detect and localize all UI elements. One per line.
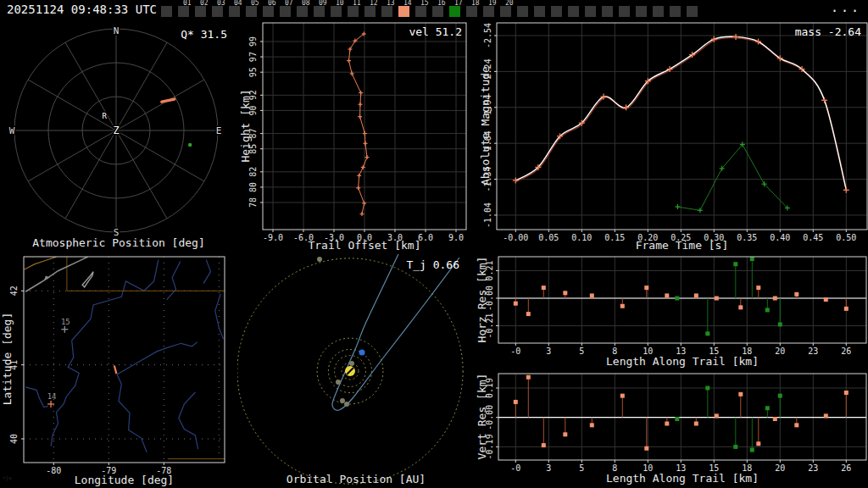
mercury-dot xyxy=(349,361,354,366)
ground-map-plot: 1514-80-79-78424140 xyxy=(0,254,237,488)
frame-strip: 0102030405060708091011121314151617181920 xyxy=(161,0,704,20)
map-ylabel: Latitude [deg] xyxy=(1,308,14,410)
frame-number: 17 xyxy=(454,0,463,7)
y-tick-label: -1.04 xyxy=(483,202,492,228)
orbital-caption: Orbital Position [AU] xyxy=(237,473,475,485)
grid xyxy=(263,23,466,230)
frame-cell: 09 xyxy=(314,0,331,20)
frame-box[interactable] xyxy=(602,6,613,17)
frame-box[interactable] xyxy=(212,6,223,17)
station2-line xyxy=(677,145,787,211)
frame-box[interactable] xyxy=(348,6,359,17)
frame-box[interactable] xyxy=(280,6,291,17)
residual-marker xyxy=(738,392,743,396)
frame-box[interactable] xyxy=(297,6,308,17)
frame-cell xyxy=(653,0,670,20)
frame-box[interactable] xyxy=(415,6,426,17)
overflow-menu[interactable]: ... xyxy=(831,0,861,15)
frame-number: 07 xyxy=(285,0,293,7)
residual-marker xyxy=(675,417,679,421)
frame-box[interactable] xyxy=(398,6,409,17)
frame-box[interactable] xyxy=(364,6,376,17)
residual-marker xyxy=(773,417,777,421)
venus-dot xyxy=(336,380,341,385)
mag-xlabel: Frame Time [s] xyxy=(497,239,867,252)
frame-cell: 19 xyxy=(483,0,500,20)
map-content: 1514 xyxy=(24,257,226,463)
mag-ylabel: Absolute Magnitude xyxy=(479,50,492,202)
frame-box[interactable] xyxy=(466,6,477,17)
frame-number: 13 xyxy=(387,0,395,7)
frame-box[interactable] xyxy=(619,6,630,17)
frame-box[interactable] xyxy=(585,6,596,17)
station-id-label: 14 xyxy=(47,392,57,401)
frame-box[interactable] xyxy=(432,6,443,17)
residuals-plot: -0358101315182023260.21-0.00-0.21-035810… xyxy=(475,254,868,488)
earth-dot xyxy=(359,350,365,356)
panel-orbital-position: T_j 0.66 Orbital Position [AU] xyxy=(237,254,475,488)
frame-number: 16 xyxy=(437,0,446,7)
frame-cell xyxy=(534,0,551,20)
height-ylabel: Height [km] xyxy=(239,75,252,177)
river-path xyxy=(203,260,210,284)
frame-number: 04 xyxy=(234,0,242,7)
frame-cell: 03 xyxy=(212,0,229,20)
frame-box[interactable] xyxy=(483,6,494,17)
residual-marker xyxy=(526,375,531,380)
residual-marker xyxy=(756,286,760,290)
frame-number: 15 xyxy=(420,0,429,7)
frame-number: 14 xyxy=(403,0,412,7)
frame-cell: 14 xyxy=(398,0,415,20)
frame-number: 06 xyxy=(268,0,276,7)
residual-marker xyxy=(644,446,648,451)
frame-cell xyxy=(670,0,687,20)
magnitude-plot: -0.000.050.100.150.200.250.300.350.400.4… xyxy=(475,20,868,254)
grid xyxy=(498,374,866,460)
station-id-label: 15 xyxy=(61,318,70,326)
residual-marker xyxy=(765,308,770,312)
residual-marker xyxy=(773,297,777,301)
frame-box[interactable] xyxy=(246,6,257,17)
ground-track-segment xyxy=(114,366,117,374)
frame-box[interactable] xyxy=(653,6,664,17)
river-path xyxy=(179,392,198,449)
frame-number: 09 xyxy=(319,0,327,7)
frame-box[interactable] xyxy=(534,6,545,17)
frame-box[interactable] xyxy=(195,6,206,17)
frame-box[interactable] xyxy=(551,6,562,17)
lake-outline xyxy=(82,272,93,287)
frame-box[interactable] xyxy=(687,6,698,17)
frame-box[interactable] xyxy=(331,6,342,17)
residual-marker xyxy=(844,391,849,395)
residual-marker xyxy=(675,297,679,301)
frame-cell: 15 xyxy=(415,0,432,20)
frame-box[interactable] xyxy=(314,6,325,17)
vert-res-ylabel: Vert Res [km] xyxy=(476,366,488,468)
watermark: rjw xyxy=(3,474,12,480)
residual-marker xyxy=(514,400,518,404)
frame-box[interactable] xyxy=(568,6,579,17)
frame-box[interactable] xyxy=(449,6,460,17)
frame-box[interactable] xyxy=(161,6,172,17)
y-tick-label: 42 xyxy=(9,286,19,296)
grid xyxy=(497,23,867,230)
atmospheric-polar-plot: NSWEZR xyxy=(0,20,237,254)
mass-stat: mass -2.64 xyxy=(795,25,861,38)
frame-box[interactable] xyxy=(178,6,189,17)
compass-east-label: E xyxy=(216,125,222,136)
orbital-plot xyxy=(237,254,475,488)
frame-number: 08 xyxy=(302,0,310,7)
frame-box[interactable] xyxy=(636,6,647,17)
frame-box[interactable] xyxy=(229,6,240,17)
frame-box[interactable] xyxy=(381,6,392,17)
height-profile-plot: -9.0-6.0-3.00.03.06.09.09997959290878582… xyxy=(237,20,475,254)
frame-box[interactable] xyxy=(517,6,528,17)
frame-cell xyxy=(619,0,636,20)
frame-box[interactable] xyxy=(263,6,274,17)
frame-cell xyxy=(687,0,704,20)
meteor-orbit-path xyxy=(332,254,459,410)
panel-ground-map: 1514-80-79-78424140 Longitude [deg] Lati… xyxy=(0,254,237,488)
frame-box[interactable] xyxy=(500,6,511,17)
frame-box[interactable] xyxy=(670,6,681,17)
residual-marker xyxy=(778,322,782,326)
